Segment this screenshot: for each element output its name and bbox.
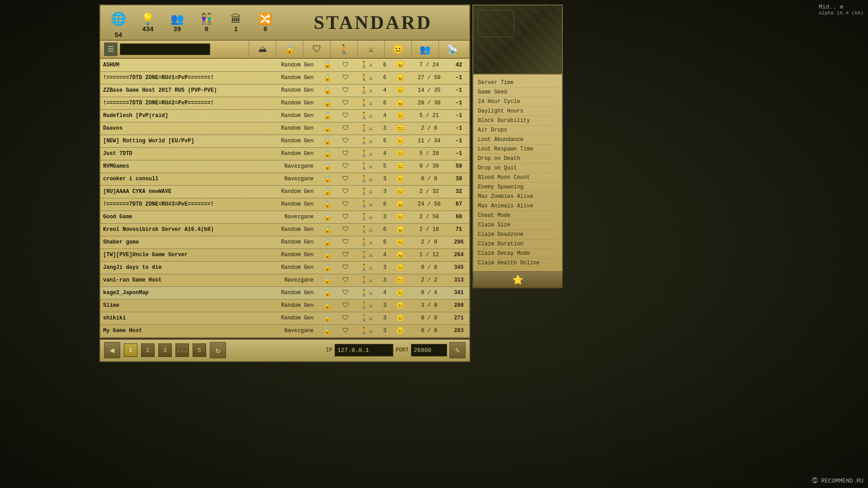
table-row[interactable]: Rudeflesh [PvP|raid] Random Gen 🔓 🛡 🚶⚔ 4…: [100, 109, 469, 122]
server-face-cell: 😠: [391, 249, 410, 261]
table-row[interactable]: Daavos Random Gen 🔓 🛡 🚶⚔ 3 😐 2 / 8 -1: [100, 122, 469, 135]
col-icon-face[interactable]: 😐: [384, 41, 411, 57]
server-mode-title: STANDARD: [281, 12, 465, 33]
server-browser: 🌐 54 💡 434 👥 39 👫 0 🏛 1 🔀 0 STANDARD: [99, 5, 470, 479]
info-label: Drop on Quit: [478, 165, 517, 171]
stat-globe-value: 54: [115, 32, 123, 39]
col-icon-lock[interactable]: 🔒: [276, 41, 303, 57]
col-icon-ping[interactable]: 📡: [439, 41, 466, 57]
footer-bar: ◀ 1 2 3 ... 5 ↻ IP PORT ✎: [99, 339, 470, 362]
server-pvp-cell: 🚶⚔: [354, 274, 379, 286]
server-map-cell: Random Gen: [264, 198, 318, 211]
server-lock-cell: 🔓: [318, 122, 337, 135]
table-row[interactable]: My Game Host Navezgane 🔓 🛡 🚶⚔ 3 😐 0 / 8 …: [100, 324, 469, 337]
server-ping-cell: -1: [448, 84, 469, 97]
server-shield-cell: 🛡: [337, 223, 354, 236]
globe-icon: 🌐: [106, 6, 131, 32]
server-ping-cell: 68: [448, 211, 469, 223]
table-row[interactable]: shikiki Random Gen 🔓 🛡 🚶⚔ 3 😐 0 / 8 271: [100, 312, 469, 324]
table-row[interactable]: [RU]AAAA CYKA newWAVE Random Gen 🔓 🛡 🚶⚔ …: [100, 185, 469, 198]
table-row[interactable]: ZZBase Game Host 2017 RUS (PVP-PVE) Rand…: [100, 84, 469, 97]
server-players-cell: 0 / 8: [410, 261, 448, 274]
watermark-bottom: ⓵ RECOMMEND.RU: [812, 478, 863, 484]
col-icon-players[interactable]: 👥: [411, 41, 439, 57]
connect-button[interactable]: ✎: [449, 342, 466, 358]
server-shield-cell: 🛡: [337, 135, 354, 147]
table-row[interactable]: Slime Random Gen 🔓 🛡 🚶⚔ 3 😐 3 / 8 280: [100, 299, 469, 312]
server-shield-cell: 🛡: [337, 324, 354, 337]
search-bar: ☰ ⛰ 🔒 🛡 🚶 ⚔ 😐 👥 📡: [99, 41, 470, 59]
info-row-claim-duration: Claim Duration: [478, 239, 557, 249]
server-face-cell: 😐: [391, 312, 410, 324]
table-row[interactable]: Kreol Novosibirsk Server A16.4(b8) Rando…: [100, 223, 469, 236]
server-difficulty-cell: 6: [379, 236, 391, 249]
info-row-block-durability: Block Durability: [478, 116, 557, 126]
server-players-cell: 2 / 32: [410, 185, 448, 198]
col-icon-map[interactable]: ⛰: [249, 41, 276, 57]
server-difficulty-cell: 3: [379, 261, 391, 274]
table-row[interactable]: Just 7DTD Random Gen 🔓 🛡 🚶⚔ 4 😐 5 / 20 -…: [100, 147, 469, 160]
server-table: ASHUM Random Gen 🔓 🛡 🚶⚔ 6 😠 7 / 24 42 !=…: [100, 59, 469, 338]
server-ping-cell: 71: [448, 223, 469, 236]
server-name-cell: Good Game: [100, 211, 264, 223]
refresh-button[interactable]: ↻: [210, 342, 226, 358]
page-3-button[interactable]: 3: [158, 343, 172, 357]
ip-input[interactable]: [335, 344, 393, 357]
stat-globe: 🌐 54: [105, 6, 132, 39]
table-row[interactable]: ASHUM Random Gen 🔓 🛡 🚶⚔ 6 😠 7 / 24 42: [100, 59, 469, 71]
page-2-button[interactable]: 2: [141, 343, 155, 357]
header-bar: 🌐 54 💡 434 👥 39 👫 0 🏛 1 🔀 0 STANDARD: [99, 5, 470, 41]
info-label: Max Zombies Alive: [478, 193, 533, 200]
table-row[interactable]: kage2_JaponMap Random Gen 🔓 🛡 🚶⚔ 4 😐 0 /…: [100, 286, 469, 299]
server-face-cell: 😐: [391, 147, 410, 160]
server-name-cell: shikiki: [100, 312, 264, 324]
map-preview: [472, 5, 563, 75]
server-face-cell: 😐: [391, 274, 410, 286]
server-pvp-cell: 🚶⚔: [354, 84, 379, 97]
table-row[interactable]: JangJi days to die Random Gen 🔓 🛡 🚶⚔ 3 😐…: [100, 261, 469, 274]
favorites-button[interactable]: ⭐: [472, 272, 563, 288]
server-shield-cell: 🛡: [337, 109, 354, 122]
server-lock-cell: 🔓: [318, 147, 337, 160]
server-map-cell: Random Gen: [264, 249, 318, 261]
table-row[interactable]: NVMGames Navezgane 🔒 🛡 🚶⚔ 5 😐 0 / 30 58: [100, 160, 469, 173]
col-icon-walk[interactable]: 🚶: [330, 41, 357, 57]
server-players-cell: 0 / 8: [410, 312, 448, 324]
info-label: Enemy Spawning: [478, 184, 524, 190]
prev-page-button[interactable]: ◀: [104, 342, 120, 358]
server-shield-cell: 🛡: [337, 173, 354, 185]
server-map-cell: Random Gen: [264, 147, 318, 160]
bank-icon: 🏛: [231, 13, 241, 26]
table-row[interactable]: crooker i consull Navezgane 🔒 🛡 🚶⚔ 3 😐 0…: [100, 173, 469, 185]
server-name-cell: My Game Host: [100, 324, 264, 337]
server-shield-cell: 🛡: [337, 286, 354, 299]
server-players-cell: 0 / 8: [410, 173, 448, 185]
table-row[interactable]: !=======7DTD ZONE=RU#1=PvP=======! Rando…: [100, 71, 469, 84]
server-pvp-cell: 🚶⚔: [354, 211, 379, 223]
table-row[interactable]: Good Game Navezgane 🔓 🛡 🚶⚔ 3 😐 2 / 50 68: [100, 211, 469, 223]
server-lock-cell: 🔒: [318, 173, 337, 185]
table-row[interactable]: vani-ran Game Host Navezgane 🔒 🛡 🚶⚔ 3 😐 …: [100, 274, 469, 286]
table-row[interactable]: [TW][PVE]Uncle Game Server Random Gen 🔓 …: [100, 249, 469, 261]
server-face-cell: 😐: [391, 109, 410, 122]
col-icon-pvp[interactable]: ⚔: [357, 41, 384, 57]
people-icon: 👥: [170, 13, 184, 26]
server-name-cell: Kreol Novosibirsk Server A16.4(b8): [100, 223, 264, 236]
server-players-cell: 20 / 30: [410, 97, 448, 109]
server-map-cell: Random Gen: [264, 97, 318, 109]
info-label: Claim Duration: [478, 241, 524, 247]
table-row[interactable]: !=======7DTD ZONE=RU#2=PvP=======! Rando…: [100, 97, 469, 109]
port-input[interactable]: [411, 344, 447, 357]
table-row[interactable]: [NEW] Rotting World [EU/PvP] Random Gen …: [100, 135, 469, 147]
col-icon-shield[interactable]: 🛡: [303, 41, 330, 57]
page-5-button[interactable]: 5: [193, 343, 206, 357]
server-difficulty-cell: 4: [379, 109, 391, 122]
stat-arrows: 🔀 0: [252, 13, 279, 33]
table-row[interactable]: Shaber game Random Gen 🔓 🛡 🚶⚔ 6 😐 2 / 8 …: [100, 236, 469, 249]
page-1-button[interactable]: 1: [124, 343, 137, 357]
table-row[interactable]: !=======7DTD ZONE=RU#3=PvE=======! Rando…: [100, 198, 469, 211]
server-ping-cell: -1: [448, 71, 469, 84]
server-ping-cell: 58: [448, 160, 469, 173]
info-row-claim-deadzone: Claim Deadzone: [478, 230, 557, 239]
search-input[interactable]: [120, 43, 210, 55]
